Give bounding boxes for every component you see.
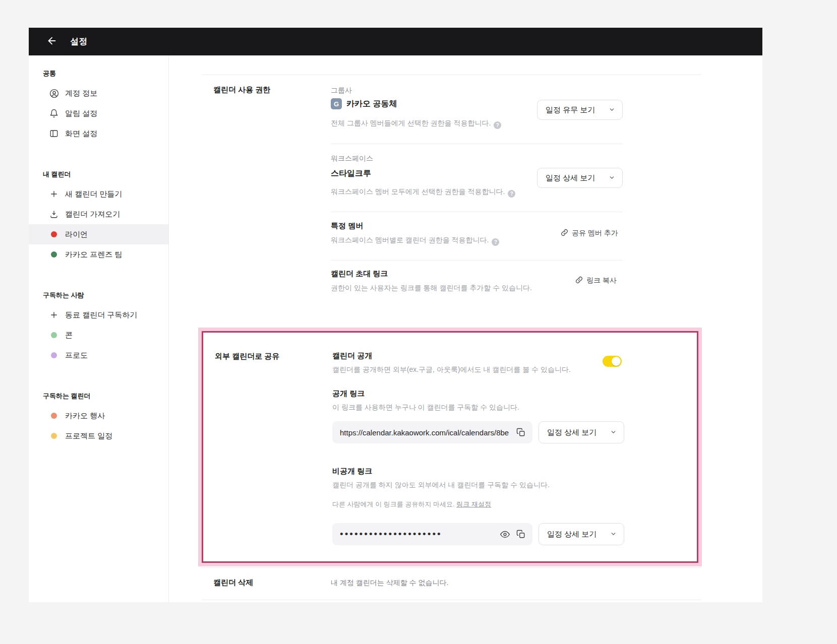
sidebar-section-my-calendar: 내 캘린더 새 캘린더 만들기 캘린더 가져오기 라이언 카카오 프렌즈 팀 (29, 170, 168, 265)
sidebar-item-calendar-ryan[interactable]: 라이언 (29, 224, 168, 244)
sidebar-item-calendar-project-schedule[interactable]: 프로젝트 일정 (29, 426, 168, 446)
private-link-desc: 캘린더 공개를 하지 않아도 외부에서 내 캘린더를 구독할 수 있습니다. (332, 481, 550, 490)
row-divider (331, 260, 623, 261)
section-label-delete-calendar: 캘린더 삭제 (213, 578, 253, 588)
sidebar-item-label: 프로젝트 일정 (65, 431, 112, 441)
sidebar-item-label: 캘린더 가져오기 (65, 210, 120, 219)
help-icon[interactable]: ? (492, 238, 499, 246)
sidebar-item-label: 콘 (65, 331, 73, 340)
copy-icon[interactable] (515, 529, 526, 540)
account-icon (49, 88, 59, 98)
sidebar-item-label: 화면 설정 (65, 129, 97, 139)
arrow-left-icon (46, 35, 57, 48)
sidebar-item-person-con[interactable]: 콘 (29, 325, 168, 345)
sidebar: 공통 계정 정보 알림 설정 화면 설정 내 캘린더 (29, 55, 169, 602)
sidebar-item-label: 프로도 (65, 351, 88, 360)
public-link-permission-dropdown[interactable]: 일정 상세 보기 (539, 421, 624, 443)
sidebar-item-label: 알림 설정 (65, 109, 97, 118)
calendar-color-dot (49, 249, 59, 260)
section-divider (202, 600, 701, 600)
link-icon (575, 276, 583, 285)
calendar-color-dot (49, 350, 59, 360)
screen-layout-icon (49, 128, 59, 139)
chevron-down-icon (610, 428, 617, 437)
sidebar-item-subscribe-colleague[interactable]: 동료 캘린더 구독하기 (29, 305, 168, 325)
calendar-color-dot (49, 229, 59, 239)
group-row: G 카카오 공동체 (331, 98, 397, 109)
settings-content: 캘린더 사용 권한 그룹사 G 카카오 공동체 전체 그룹사 멤버들에게 선택한… (169, 55, 762, 602)
group-permission-dropdown[interactable]: 일정 유무 보기 (537, 100, 623, 120)
sidebar-item-account-info[interactable]: 계정 정보 (29, 83, 168, 103)
specific-member-desc: 워크스페이스 멤버별로 캘린더 권한을 적용합니다.? (331, 236, 499, 246)
chevron-down-icon (609, 174, 615, 182)
bell-icon (49, 108, 59, 118)
sidebar-section-subscribed-calendars: 구독하는 캘린더 카카오 행사 프로젝트 일정 (29, 392, 168, 446)
sidebar-item-import-calendar[interactable]: 캘린더 가져오기 (29, 204, 168, 224)
help-icon[interactable]: ? (494, 121, 501, 129)
workspace-desc: 워크스페이스 멤버 모두에게 선택한 권한을 적용합니다.? (331, 187, 515, 198)
section-divider (202, 75, 701, 75)
back-button[interactable] (46, 36, 58, 48)
sidebar-section-subscribed-people: 구독하는 사람 동료 캘린더 구독하기 콘 프로도 (29, 291, 168, 365)
page-title: 설정 (70, 36, 88, 47)
public-link-title: 공개 링크 (332, 389, 365, 399)
sidebar-item-notification-settings[interactable]: 알림 설정 (29, 103, 168, 123)
group-desc: 전체 그룹사 멤버들에게 선택한 권한을 적용합니다.? (331, 119, 501, 129)
settings-window: 설정 공통 계정 정보 알림 설정 화면 설정 (29, 28, 762, 602)
sidebar-item-person-frodo[interactable]: 프로도 (29, 345, 168, 365)
sidebar-item-label: 카카오 행사 (65, 411, 105, 421)
chevron-down-icon (609, 106, 615, 114)
sidebar-section-common: 공통 계정 정보 알림 설정 화면 설정 (29, 69, 168, 144)
copy-icon[interactable] (515, 427, 526, 438)
reset-link-button[interactable]: 링크 재설정 (456, 500, 491, 508)
sidebar-section-title: 내 캘린더 (29, 170, 168, 179)
calendar-public-toggle[interactable] (603, 356, 622, 367)
private-link-title: 비공개 링크 (332, 467, 372, 476)
sidebar-item-calendar-kakao-events[interactable]: 카카오 행사 (29, 406, 168, 426)
plus-icon (49, 310, 59, 320)
group-name: 카카오 공동체 (346, 99, 397, 109)
row-divider (331, 212, 623, 212)
group-badge: G (331, 98, 342, 109)
section-label-calendar-permission: 캘린더 사용 권한 (213, 85, 270, 95)
calendar-public-title: 캘린더 공개 (332, 351, 372, 361)
public-link-desc: 이 링크를 사용하면 누구나 이 캘린더를 구독할 수 있습니다. (332, 403, 519, 412)
private-link-field[interactable]: ••••••••••••••••••••• (332, 523, 532, 545)
copy-link-button[interactable]: 링크 복사 (575, 276, 617, 285)
private-link-masked-value: ••••••••••••••••••••• (340, 523, 494, 545)
sidebar-section-title: 구독하는 사람 (29, 291, 168, 300)
calendar-color-dot (49, 411, 59, 421)
private-link-permission-dropdown[interactable]: 일정 상세 보기 (539, 523, 624, 545)
section-label-external-share: 외부 캘린더로 공유 (215, 352, 279, 361)
workspace-name: 스타일크루 (331, 168, 371, 179)
calendar-color-dot (49, 431, 59, 441)
help-icon[interactable]: ? (508, 190, 515, 198)
calendar-color-dot (49, 330, 59, 340)
group-sublabel: 그룹사 (331, 86, 352, 95)
sidebar-item-label: 카카오 프렌즈 팀 (65, 250, 122, 260)
chevron-down-icon (610, 530, 617, 539)
plus-icon (49, 189, 59, 199)
external-share-highlight-box: 외부 캘린더로 공유 캘린더 공개 캘린더를 공개하면 외부(ex.구글, 아웃… (202, 331, 698, 563)
private-link-warning: 다른 사람에게 이 링크를 공유하지 마세요. 링크 재설정 (332, 500, 491, 509)
sidebar-item-new-calendar[interactable]: 새 캘린더 만들기 (29, 184, 168, 204)
sidebar-item-calendar-kakao-friends-team[interactable]: 카카오 프렌즈 팀 (29, 244, 168, 265)
section-divider (202, 567, 701, 568)
sidebar-section-title: 공통 (29, 69, 168, 78)
specific-member-title: 특정 멤버 (331, 221, 363, 231)
invite-link-desc: 권한이 있는 사용자는 링크를 통해 캘린더를 추가할 수 있습니다. (331, 284, 532, 293)
settings-header: 설정 (29, 28, 762, 55)
sidebar-item-label: 라이언 (65, 230, 88, 239)
row-divider (331, 144, 623, 144)
public-link-field[interactable]: https://calendar.kakaowork.com/ical/cale… (332, 421, 532, 443)
invite-link-title: 캘린더 초대 링크 (331, 269, 388, 279)
toggle-knob (612, 357, 621, 366)
add-shared-member-button[interactable]: 공유 멤버 추가 (561, 229, 618, 238)
calendar-public-desc: 캘린더를 공개하면 외부(ex.구글, 아웃룩)에서도 내 캘린더를 볼 수 있… (332, 365, 571, 374)
sidebar-item-label: 동료 캘린더 구독하기 (65, 310, 137, 320)
sidebar-item-screen-settings[interactable]: 화면 설정 (29, 123, 168, 144)
link-icon (561, 229, 568, 238)
eye-icon[interactable] (499, 529, 510, 540)
sidebar-section-title: 구독하는 캘린더 (29, 392, 168, 401)
workspace-permission-dropdown[interactable]: 일정 상세 보기 (537, 168, 623, 188)
